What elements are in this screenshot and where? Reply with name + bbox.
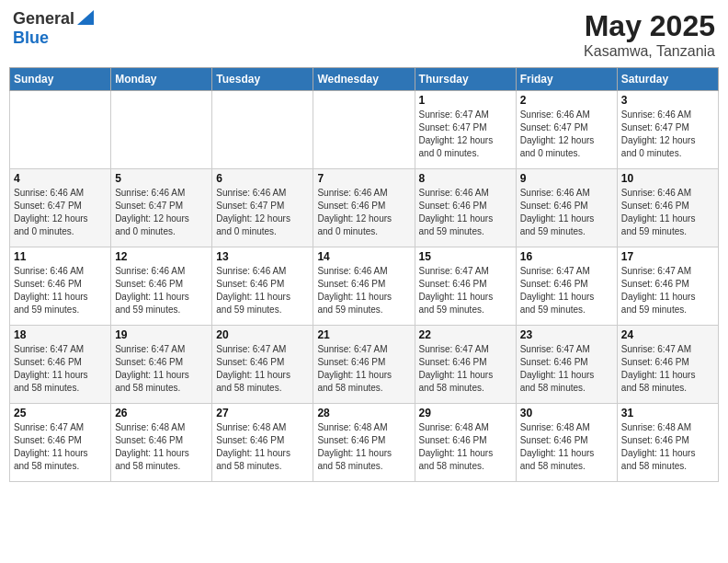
calendar-cell	[10, 91, 111, 169]
day-info: Sunrise: 6:47 AM Sunset: 6:46 PM Dayligh…	[621, 265, 714, 316]
day-number: 5	[115, 172, 208, 185]
calendar-cell: 7Sunrise: 6:46 AM Sunset: 6:46 PM Daylig…	[313, 169, 415, 247]
day-number: 4	[14, 172, 107, 185]
day-number: 30	[520, 407, 613, 419]
calendar-cell: 22Sunrise: 6:47 AM Sunset: 6:46 PM Dayli…	[415, 326, 516, 404]
day-number: 17	[621, 250, 714, 263]
calendar-cell: 25Sunrise: 6:47 AM Sunset: 6:46 PM Dayli…	[10, 404, 111, 482]
calendar-cell: 17Sunrise: 6:47 AM Sunset: 6:46 PM Dayli…	[617, 247, 718, 326]
calendar-week-row: 18Sunrise: 6:47 AM Sunset: 6:46 PM Dayli…	[10, 326, 719, 404]
day-number: 10	[621, 172, 714, 185]
calendar-cell	[212, 91, 313, 169]
day-info: Sunrise: 6:46 AM Sunset: 6:46 PM Dayligh…	[621, 187, 714, 238]
calendar-cell: 27Sunrise: 6:48 AM Sunset: 6:46 PM Dayli…	[212, 404, 313, 482]
logo: General Blue	[13, 9, 94, 48]
day-number: 15	[419, 250, 512, 263]
day-info: Sunrise: 6:47 AM Sunset: 6:46 PM Dayligh…	[14, 421, 107, 473]
day-number: 8	[419, 172, 512, 185]
day-number: 1	[419, 94, 512, 107]
col-wednesday: Wednesday	[313, 68, 415, 91]
calendar-cell: 3Sunrise: 6:46 AM Sunset: 6:47 PM Daylig…	[617, 91, 718, 169]
col-thursday: Thursday	[415, 68, 516, 91]
col-sunday: Sunday	[10, 68, 111, 91]
calendar-cell: 5Sunrise: 6:46 AM Sunset: 6:47 PM Daylig…	[111, 169, 212, 247]
calendar-cell: 16Sunrise: 6:47 AM Sunset: 6:46 PM Dayli…	[516, 247, 617, 326]
calendar-cell: 6Sunrise: 6:46 AM Sunset: 6:47 PM Daylig…	[212, 169, 313, 247]
col-friday: Friday	[516, 68, 617, 91]
day-number: 2	[520, 94, 613, 107]
day-number: 22	[419, 328, 512, 341]
calendar-cell: 12Sunrise: 6:46 AM Sunset: 6:46 PM Dayli…	[111, 247, 212, 326]
day-number: 27	[216, 407, 309, 419]
day-number: 28	[317, 407, 410, 419]
calendar-cell: 28Sunrise: 6:48 AM Sunset: 6:46 PM Dayli…	[313, 404, 415, 482]
day-number: 3	[621, 94, 714, 107]
day-number: 18	[14, 328, 107, 341]
day-info: Sunrise: 6:48 AM Sunset: 6:46 PM Dayligh…	[317, 421, 410, 473]
calendar-cell: 2Sunrise: 6:46 AM Sunset: 6:47 PM Daylig…	[516, 91, 617, 169]
col-saturday: Saturday	[617, 68, 718, 91]
day-info: Sunrise: 6:47 AM Sunset: 6:46 PM Dayligh…	[621, 343, 714, 395]
calendar-cell: 1Sunrise: 6:47 AM Sunset: 6:47 PM Daylig…	[415, 91, 516, 169]
location-title: Kasamwa, Tanzania	[584, 43, 715, 60]
day-info: Sunrise: 6:48 AM Sunset: 6:46 PM Dayligh…	[216, 421, 309, 473]
calendar-cell	[111, 91, 212, 169]
day-info: Sunrise: 6:46 AM Sunset: 6:47 PM Dayligh…	[520, 109, 613, 160]
day-info: Sunrise: 6:48 AM Sunset: 6:46 PM Dayligh…	[520, 421, 613, 473]
calendar-week-row: 25Sunrise: 6:47 AM Sunset: 6:46 PM Dayli…	[10, 404, 719, 482]
calendar-week-row: 1Sunrise: 6:47 AM Sunset: 6:47 PM Daylig…	[10, 91, 719, 169]
calendar-cell: 13Sunrise: 6:46 AM Sunset: 6:46 PM Dayli…	[212, 247, 313, 326]
day-number: 9	[520, 172, 613, 185]
day-info: Sunrise: 6:47 AM Sunset: 6:46 PM Dayligh…	[216, 343, 309, 395]
calendar-cell: 4Sunrise: 6:46 AM Sunset: 6:47 PM Daylig…	[10, 169, 111, 247]
calendar-cell: 26Sunrise: 6:48 AM Sunset: 6:46 PM Dayli…	[111, 404, 212, 482]
calendar-cell: 14Sunrise: 6:46 AM Sunset: 6:46 PM Dayli…	[313, 247, 415, 326]
day-number: 7	[317, 172, 410, 185]
calendar-cell: 8Sunrise: 6:46 AM Sunset: 6:46 PM Daylig…	[415, 169, 516, 247]
day-info: Sunrise: 6:46 AM Sunset: 6:46 PM Dayligh…	[14, 265, 107, 316]
day-info: Sunrise: 6:46 AM Sunset: 6:46 PM Dayligh…	[419, 187, 512, 238]
day-number: 19	[115, 328, 208, 341]
calendar-cell: 24Sunrise: 6:47 AM Sunset: 6:46 PM Dayli…	[617, 326, 718, 404]
day-number: 26	[115, 407, 208, 419]
day-number: 23	[520, 328, 613, 341]
col-monday: Monday	[111, 68, 212, 91]
calendar-cell: 18Sunrise: 6:47 AM Sunset: 6:46 PM Dayli…	[10, 326, 111, 404]
day-number: 20	[216, 328, 309, 341]
day-number: 14	[317, 250, 410, 263]
calendar-cell: 29Sunrise: 6:48 AM Sunset: 6:46 PM Dayli…	[415, 404, 516, 482]
day-number: 29	[419, 407, 512, 419]
logo-blue: Blue	[13, 29, 49, 47]
calendar-cell: 11Sunrise: 6:46 AM Sunset: 6:46 PM Dayli…	[10, 247, 111, 326]
day-info: Sunrise: 6:46 AM Sunset: 6:47 PM Dayligh…	[621, 109, 714, 160]
calendar-cell: 21Sunrise: 6:47 AM Sunset: 6:46 PM Dayli…	[313, 326, 415, 404]
day-info: Sunrise: 6:46 AM Sunset: 6:46 PM Dayligh…	[317, 265, 410, 316]
day-info: Sunrise: 6:47 AM Sunset: 6:46 PM Dayligh…	[520, 265, 613, 316]
header: General Blue May 2025 Kasamwa, Tanzania	[9, 9, 719, 60]
day-info: Sunrise: 6:47 AM Sunset: 6:46 PM Dayligh…	[419, 265, 512, 316]
calendar: Sunday Monday Tuesday Wednesday Thursday…	[9, 67, 719, 482]
day-info: Sunrise: 6:47 AM Sunset: 6:47 PM Dayligh…	[419, 109, 512, 160]
day-info: Sunrise: 6:48 AM Sunset: 6:46 PM Dayligh…	[115, 421, 208, 473]
calendar-cell: 30Sunrise: 6:48 AM Sunset: 6:46 PM Dayli…	[516, 404, 617, 482]
col-tuesday: Tuesday	[212, 68, 313, 91]
calendar-cell: 31Sunrise: 6:48 AM Sunset: 6:46 PM Dayli…	[617, 404, 718, 482]
day-number: 24	[621, 328, 714, 341]
calendar-cell: 23Sunrise: 6:47 AM Sunset: 6:46 PM Dayli…	[516, 326, 617, 404]
day-number: 21	[317, 328, 410, 341]
day-info: Sunrise: 6:46 AM Sunset: 6:46 PM Dayligh…	[317, 187, 410, 238]
day-info: Sunrise: 6:47 AM Sunset: 6:46 PM Dayligh…	[520, 343, 613, 395]
title-area: May 2025 Kasamwa, Tanzania	[584, 9, 715, 60]
calendar-week-row: 4Sunrise: 6:46 AM Sunset: 6:47 PM Daylig…	[10, 169, 719, 247]
day-number: 11	[14, 250, 107, 263]
day-number: 12	[115, 250, 208, 263]
day-info: Sunrise: 6:46 AM Sunset: 6:47 PM Dayligh…	[115, 187, 208, 238]
calendar-header-row: Sunday Monday Tuesday Wednesday Thursday…	[10, 68, 719, 91]
calendar-cell: 19Sunrise: 6:47 AM Sunset: 6:46 PM Dayli…	[111, 326, 212, 404]
calendar-cell: 10Sunrise: 6:46 AM Sunset: 6:46 PM Dayli…	[617, 169, 718, 247]
month-title: May 2025	[584, 9, 715, 43]
logo-arrow	[77, 10, 94, 29]
day-number: 16	[520, 250, 613, 263]
day-info: Sunrise: 6:46 AM Sunset: 6:47 PM Dayligh…	[216, 187, 309, 238]
calendar-cell: 9Sunrise: 6:46 AM Sunset: 6:46 PM Daylig…	[516, 169, 617, 247]
